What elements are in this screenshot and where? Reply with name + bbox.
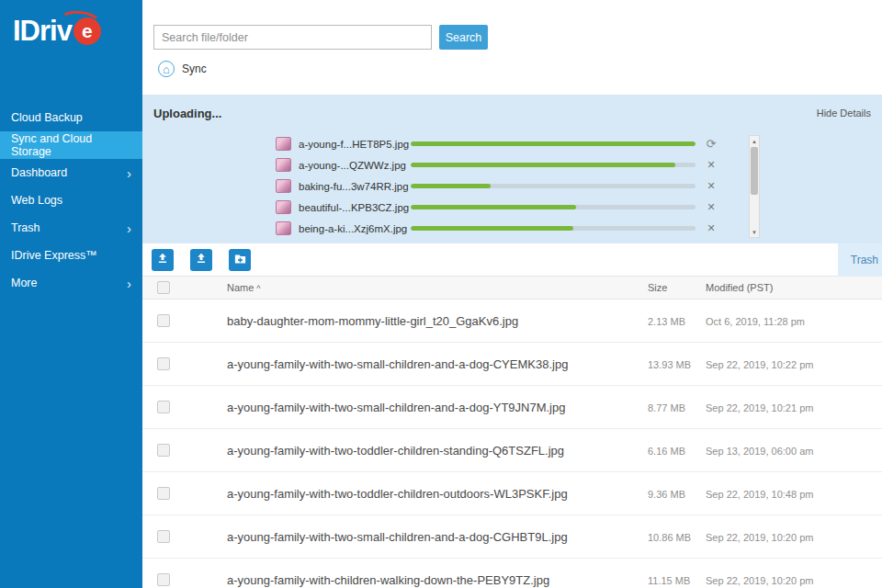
upload-panel: Uploading... Hide Details a-young-f...HE… (142, 95, 882, 243)
sidebar-item-dashboard[interactable]: Dashboard › (0, 159, 142, 187)
column-header-modified[interactable]: Modified (PST) (706, 282, 773, 293)
create-folder-button[interactable] (229, 249, 251, 271)
upload-folder-icon (195, 252, 208, 267)
sidebar-item-label: More (11, 277, 37, 289)
row-checkbox[interactable] (157, 314, 170, 327)
upload-folder-button[interactable] (190, 249, 212, 271)
file-size: 9.36 MB (648, 489, 685, 500)
row-checkbox[interactable] (157, 573, 170, 586)
file-modified: Sep 22, 2019, 10:20 pm (706, 575, 813, 586)
upload-file-name: being-a-ki...Xzj6mX.jpg (291, 223, 411, 234)
file-size: 10.86 MB (648, 532, 691, 543)
file-name[interactable]: a-young-family-with-children-walking-dow… (227, 573, 549, 587)
file-modified: Sep 13, 2019, 06:00 am (706, 446, 813, 457)
file-toolbar: Trash (142, 243, 882, 277)
table-row[interactable]: a-young-family-with-two-toddler-children… (142, 472, 882, 515)
scrollbar-thumb[interactable] (751, 147, 758, 195)
sort-ascending-icon: ^ (256, 284, 260, 293)
top-bar: Search ⌂ Sync (142, 0, 882, 95)
sidebar-item-label: Dashboard (11, 166, 67, 179)
sidebar-item-label: IDrive Express™ (11, 249, 97, 262)
file-name[interactable]: baby-daughter-mom-mommy-little-girl_t20_… (227, 314, 518, 328)
table-row[interactable]: a-young-family-with-two-toddler-children… (142, 429, 882, 472)
cancel-upload-icon[interactable]: ✕ (703, 180, 719, 192)
scroll-up-icon[interactable]: ▲ (750, 136, 759, 146)
sidebar-item-sync-and-cloud-storage[interactable]: Sync and Cloud Storage (0, 131, 142, 159)
sidebar-item-label: Cloud Backup (11, 111, 83, 124)
sidebar-item-idrive-express[interactable]: IDrive Express™ (0, 242, 142, 269)
table-row[interactable]: baby-daughter-mom-mommy-little-girl_t20_… (142, 300, 882, 343)
file-table-header: Name^ Size Modified (PST) (142, 277, 882, 300)
row-checkbox[interactable] (157, 401, 170, 413)
search-button[interactable]: Search (439, 25, 488, 50)
hide-details-link[interactable]: Hide Details (817, 107, 871, 119)
select-all-checkbox[interactable] (157, 281, 170, 294)
file-size: 6.16 MB (648, 446, 685, 457)
sidebar-item-web-logs[interactable]: Web Logs (0, 187, 142, 214)
sidebar-nav: Cloud Backup Sync and Cloud Storage Dash… (0, 104, 142, 297)
upload-panel-title: Uploading... (153, 107, 221, 120)
row-checkbox[interactable] (157, 487, 170, 500)
upload-file-name: a-young-...QZWWz.jpg (291, 160, 411, 171)
file-modified: Oct 6, 2019, 11:28 pm (706, 316, 805, 327)
scroll-down-icon[interactable]: ▼ (750, 227, 759, 237)
file-modified: Sep 22, 2019, 10:20 pm (706, 532, 813, 543)
sidebar-item-more[interactable]: More › (0, 269, 142, 297)
table-row[interactable]: a-young-family-with-children-walking-dow… (142, 559, 882, 588)
upload-file-list: a-young-f...HET8P5.jpg ⟳ a-young-...QZWW… (276, 133, 740, 239)
file-size: 13.93 MB (648, 359, 691, 370)
sidebar-item-label: Web Logs (11, 194, 62, 207)
upload-list-scrollbar[interactable]: ▲ ▼ (749, 135, 760, 238)
sidebar: IDriv e Cloud Backup Sync and Cloud Stor… (0, 0, 142, 588)
upload-file-button[interactable] (152, 249, 174, 271)
row-checkbox[interactable] (157, 444, 170, 457)
upload-item: baking-fu...3w74RR.jpg ✕ (276, 175, 740, 197)
idrive-app: IDriv e Cloud Backup Sync and Cloud Stor… (0, 0, 882, 588)
column-header-size[interactable]: Size (648, 282, 667, 293)
chevron-right-icon: › (127, 277, 131, 290)
file-thumbnail (276, 158, 291, 172)
upload-progress-bar (411, 163, 695, 167)
main-content: Search ⌂ Sync Uploading... Hide Details … (142, 0, 882, 588)
file-thumbnail (276, 221, 291, 235)
sidebar-item-trash[interactable]: Trash › (0, 214, 142, 242)
file-name[interactable]: a-young-family-with-two-small-children-a… (227, 357, 568, 371)
file-modified: Sep 22, 2019, 10:48 pm (706, 489, 813, 500)
table-row[interactable]: a-young-family-with-two-small-children-a… (142, 386, 882, 429)
folder-plus-icon (233, 252, 247, 268)
upload-file-name: baking-fu...3w74RR.jpg (291, 181, 411, 192)
cancel-upload-icon[interactable]: ✕ (703, 201, 719, 213)
upload-item: a-young-...QZWWz.jpg ✕ (276, 154, 740, 175)
row-checkbox[interactable] (157, 530, 170, 543)
file-name[interactable]: a-young-family-with-two-small-children-a… (227, 530, 568, 544)
table-row[interactable]: a-young-family-with-two-small-children-a… (142, 515, 882, 559)
logo-e-badge: e (74, 17, 101, 45)
column-header-name-label: Name (227, 282, 254, 293)
file-name[interactable]: a-young-family-with-two-toddler-children… (227, 444, 564, 458)
upload-file-name: a-young-f...HET8P5.jpg (291, 139, 411, 150)
chevron-right-icon: › (127, 166, 131, 180)
trash-link[interactable]: Trash (838, 243, 882, 277)
search-input[interactable] (153, 25, 432, 50)
cancel-upload-icon[interactable]: ✕ (703, 222, 719, 234)
file-size: 2.13 MB (648, 316, 685, 327)
upload-progress-bar (411, 205, 695, 209)
spinner-icon: ⟳ (703, 137, 719, 151)
table-row[interactable]: a-young-family-with-two-small-children-a… (142, 343, 882, 386)
breadcrumb: ⌂ Sync (158, 61, 207, 77)
row-checkbox[interactable] (157, 357, 170, 370)
file-name[interactable]: a-young-family-with-two-toddler-children… (227, 487, 568, 501)
column-header-name[interactable]: Name^ (227, 282, 261, 293)
file-thumbnail (276, 137, 291, 151)
file-size: 11.15 MB (648, 575, 690, 586)
cancel-upload-icon[interactable]: ✕ (703, 159, 719, 171)
upload-progress-bar (411, 141, 695, 146)
file-name[interactable]: a-young-family-with-two-small-children-a… (227, 401, 565, 414)
upload-item: beautiful-...KPB3CZ.jpg ✕ (276, 197, 740, 218)
upload-progress-bar (411, 226, 695, 231)
file-size: 8.77 MB (648, 402, 685, 413)
home-icon[interactable]: ⌂ (158, 61, 175, 77)
idrive-logo: IDriv e (0, 0, 142, 104)
file-thumbnail (276, 200, 291, 214)
sidebar-item-cloud-backup[interactable]: Cloud Backup (0, 104, 142, 131)
